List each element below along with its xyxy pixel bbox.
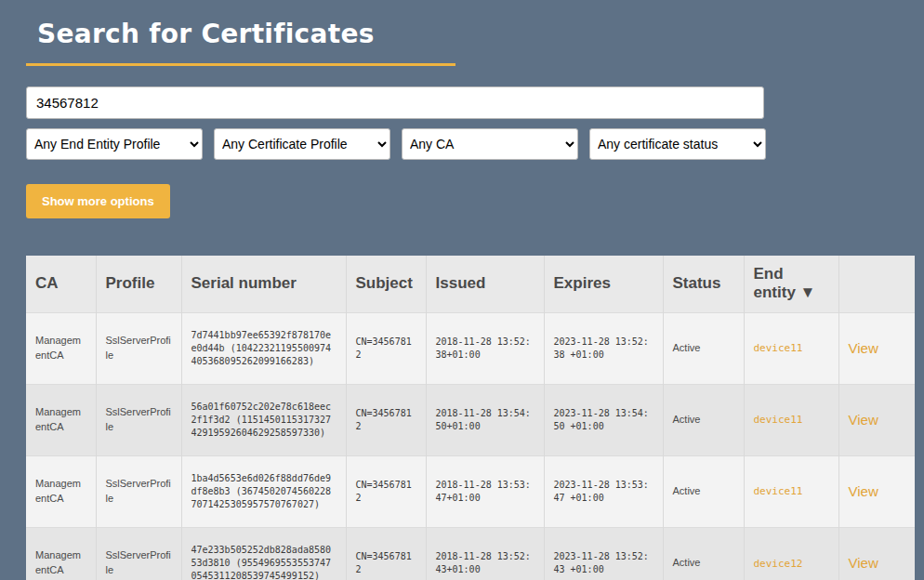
expires-cell: 2023-11-28 13:52:43 +01:00: [544, 527, 663, 580]
title-underline: [26, 63, 455, 66]
table-header: CA Profile Serial number Subject Issued …: [26, 256, 915, 312]
action-cell: View: [838, 312, 915, 384]
column-header-end-entity[interactable]: End entity ▼: [744, 256, 838, 312]
table-row: ManagementCASslServerProfile56a01f60752c…: [26, 384, 915, 455]
end-entity-link[interactable]: device11: [744, 455, 838, 527]
view-link[interactable]: View: [849, 483, 878, 499]
view-link[interactable]: View: [849, 340, 878, 356]
subject-cell: CN=34567812: [346, 455, 426, 527]
column-header-issued[interactable]: Issued: [426, 256, 544, 312]
table-header-row: CA Profile Serial number Subject Issued …: [26, 256, 915, 312]
profile-cell: SslServerProfile: [96, 384, 181, 455]
serial-number-cell: 47e233b505252db828ada858053d3810 (955496…: [181, 527, 346, 580]
status-cell: Active: [663, 384, 744, 455]
profile-cell: SslServerProfile: [96, 312, 181, 384]
action-cell: View: [838, 455, 915, 527]
subject-cell: CN=34567812: [346, 312, 426, 384]
end-entity-profile-select[interactable]: Any End Entity Profile: [26, 128, 203, 160]
column-header-expires[interactable]: Expires: [544, 256, 663, 312]
profile-cell: SslServerProfile: [96, 455, 181, 527]
end-entity-link[interactable]: device11: [744, 312, 838, 384]
ca-cell: ManagementCA: [26, 455, 96, 527]
view-link[interactable]: View: [849, 412, 878, 428]
serial-number-cell: 56a01f60752c202e78c618eec2f1f3d2 (115145…: [181, 384, 346, 455]
column-header-subject[interactable]: Subject: [346, 256, 426, 312]
issued-cell: 2018-11-28 13:54:50+01:00: [426, 384, 544, 455]
expires-cell: 2023-11-28 13:54:50 +01:00: [544, 384, 663, 455]
issued-cell: 2018-11-28 13:52:38+01:00: [426, 312, 544, 384]
show-more-options-button[interactable]: Show more options: [26, 184, 170, 218]
subject-cell: CN=34567812: [346, 384, 426, 455]
column-header-serial-number[interactable]: Serial number: [181, 256, 346, 312]
expires-cell: 2023-11-28 13:53:47 +01:00: [544, 455, 663, 527]
end-entity-link[interactable]: device11: [744, 384, 838, 455]
expires-cell: 2023-11-28 13:52:38 +01:00: [544, 312, 663, 384]
issued-cell: 2018-11-28 13:53:47+01:00: [426, 455, 544, 527]
ca-select[interactable]: Any CA: [402, 128, 578, 160]
action-cell: View: [838, 384, 915, 455]
certificate-status-select[interactable]: Any certificate status: [589, 128, 766, 160]
view-link[interactable]: View: [849, 555, 878, 571]
table-row: ManagementCASslServerProfile7d7441bb97ee…: [26, 312, 915, 384]
search-certificates-page: Search for Certificates Any End Entity P…: [0, 0, 924, 580]
column-header-ca[interactable]: CA: [26, 256, 96, 312]
ca-cell: ManagementCA: [26, 527, 96, 580]
status-cell: Active: [663, 455, 744, 527]
column-header-profile[interactable]: Profile: [96, 256, 181, 312]
status-cell: Active: [663, 312, 744, 384]
status-cell: Active: [663, 527, 744, 580]
column-header-status[interactable]: Status: [663, 256, 744, 312]
certificates-table: CA Profile Serial number Subject Issued …: [26, 256, 915, 580]
serial-number-cell: 7d7441bb97ee65392f878170ee0d44b (1042232…: [181, 312, 346, 384]
serial-number-cell: 1ba4d5653e6d026f88dd76de9df8e8b3 (367450…: [181, 455, 346, 527]
table-row: ManagementCASslServerProfile47e233b50525…: [26, 527, 915, 580]
action-cell: View: [838, 527, 915, 580]
certificate-profile-select[interactable]: Any Certificate Profile: [214, 128, 390, 160]
filter-row: Any End Entity Profile Any Certificate P…: [26, 128, 898, 160]
ca-cell: ManagementCA: [26, 312, 96, 384]
column-header-actions: [838, 256, 915, 312]
subject-cell: CN=34567812: [346, 527, 426, 580]
profile-cell: SslServerProfile: [96, 527, 181, 580]
table-row: ManagementCASslServerProfile1ba4d5653e6d…: [26, 455, 915, 527]
table-body: ManagementCASslServerProfile7d7441bb97ee…: [26, 312, 915, 580]
end-entity-link[interactable]: device12: [744, 527, 838, 580]
ca-cell: ManagementCA: [26, 384, 96, 455]
certificate-search-input[interactable]: [26, 86, 764, 119]
issued-cell: 2018-11-28 13:52:43+01:00: [426, 527, 544, 580]
page-title: Search for Certificates: [37, 19, 898, 49]
